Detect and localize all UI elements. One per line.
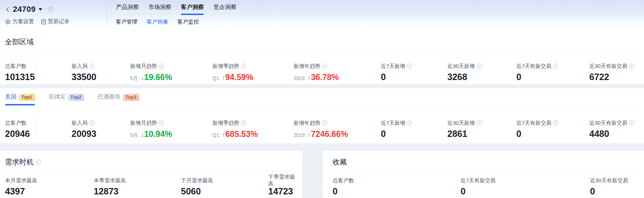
- tab-customer-monitor[interactable]: 客户监控: [177, 19, 199, 25]
- trend-down-value: ↓19.66%: [141, 72, 172, 83]
- gear-icon: [5, 19, 11, 25]
- section-separator: [0, 143, 644, 151]
- top-header: 24709 方案设置 贸易记录 产品洞察 市场洞察 客户洞察 竞企洞察 客户管理…: [0, 0, 644, 29]
- trend-prefix: 5月:: [130, 130, 139, 140]
- chevron-down-icon[interactable]: [39, 8, 42, 13]
- all-region-stats: 总客户数 101315 新入局 33500 新增月趋势 5月: ↓19.66% …: [5, 55, 639, 83]
- stat-next-quarter-demand-high: 下季需求最高 14723: [268, 177, 297, 196]
- info-icon[interactable]: [322, 120, 327, 125]
- info-icon[interactable]: [477, 64, 482, 69]
- trend-up-value: ↑94.59%: [222, 72, 254, 83]
- stat-year-trend: 新增年趋势 2023: ↑36.78%: [294, 63, 381, 83]
- info-icon[interactable]: [629, 64, 634, 69]
- info-icon[interactable]: [553, 64, 558, 69]
- stat-new-30d: 近30天新增 3268: [447, 63, 516, 83]
- document-icon: [41, 19, 46, 25]
- tab-product-insight[interactable]: 产品洞察: [116, 0, 139, 14]
- favorites-panel: 收藏 总客户数 0 近7天有新交易 0 近30天有新交易 0: [323, 151, 644, 198]
- info-icon[interactable]: [89, 64, 94, 69]
- stat-total-customers: 总客户数 101315: [5, 63, 37, 83]
- section-separator: [0, 84, 644, 88]
- stat-label: 新增季趋势: [212, 120, 239, 127]
- info-icon[interactable]: [48, 7, 53, 12]
- stat-label: 近7天有新交易: [461, 177, 496, 184]
- tab-country-philippines[interactable]: 菲律宾 Top2: [49, 93, 84, 105]
- chevron-left-icon: [5, 7, 10, 12]
- tab-country-us[interactable]: 美国 Top1: [5, 93, 35, 105]
- stat-label: 本季需求最高: [94, 177, 126, 184]
- info-icon[interactable]: [629, 120, 634, 125]
- arrow-up-icon: ↑: [222, 75, 225, 81]
- stat-total-customers: 总客户数 0: [333, 177, 461, 196]
- all-region-title: 全部区域: [5, 37, 639, 46]
- info-icon[interactable]: [241, 120, 246, 125]
- stat-value: 12873: [94, 186, 181, 196]
- stat-label: 新入局: [72, 120, 88, 127]
- arrow-up-icon: ↑: [308, 75, 311, 81]
- stat-total-customers: 总客户数 20946: [5, 119, 37, 140]
- tab-customer-profile[interactable]: 客户画像: [147, 19, 168, 25]
- stat-value: Q1: ↑685.53%: [212, 129, 294, 140]
- info-icon[interactable]: [36, 159, 41, 164]
- tab-customer-insight[interactable]: 客户洞察: [181, 0, 204, 14]
- stat-label: 近30天有新交易: [589, 63, 628, 70]
- stat-value: 0: [516, 129, 589, 139]
- plan-settings-button[interactable]: 方案设置: [5, 18, 34, 25]
- stat-value: 4397: [5, 186, 94, 196]
- stat-quarter-demand-high: 本季需求最高 12873: [94, 177, 181, 196]
- arrow-down-icon: ↓: [141, 75, 144, 81]
- tab-customer-manage[interactable]: 客户管理: [116, 19, 137, 25]
- trend-up-value: ↑685.53%: [222, 129, 258, 140]
- header-tabs: 产品洞察 市场洞察 客户洞察 竞企洞察 客户管理 客户画像 客户监控: [107, 0, 644, 29]
- stat-month-trend: 新增月趋势 5月: ↓10.94%: [130, 119, 212, 140]
- info-icon[interactable]: [553, 120, 558, 125]
- stat-value: 4480: [589, 129, 639, 139]
- info-icon[interactable]: [159, 120, 164, 125]
- info-icon[interactable]: [89, 120, 94, 125]
- demand-timing-panel: 需求时机 本月需求最高 4397 本季需求最高 12873 下月需求最高 506…: [0, 151, 302, 198]
- back-button[interactable]: [5, 7, 10, 12]
- arrow-up-icon: ↑: [222, 132, 225, 138]
- stat-new-30d: 近30天新增 2861: [447, 119, 516, 140]
- demand-timing-title: 需求时机: [5, 157, 297, 167]
- stat-label: 新增季趋势: [212, 63, 239, 70]
- trade-records-button[interactable]: 贸易记录: [41, 18, 69, 25]
- stat-new-7d: 近7天新增 0: [381, 63, 447, 83]
- stat-value: 0: [333, 186, 461, 196]
- tab-country-pakistan[interactable]: 巴基斯坦 Top3: [98, 93, 139, 105]
- stat-label: 近30天有新交易: [589, 120, 628, 127]
- plan-id[interactable]: 24709: [13, 5, 36, 14]
- tab-competitor-insight[interactable]: 竞企洞察: [213, 0, 236, 14]
- stat-value: 5月: ↓10.94%: [130, 129, 212, 140]
- trend-up-value: ↑7246.66%: [308, 129, 348, 140]
- info-icon[interactable]: [159, 64, 164, 69]
- stat-trade-30d: 近30天有新交易 0: [590, 177, 634, 196]
- info-icon[interactable]: [322, 64, 327, 69]
- plan-title-row: 24709: [5, 5, 107, 14]
- stat-month-demand-high: 本月需求最高 4397: [5, 177, 94, 196]
- info-icon[interactable]: [407, 120, 412, 125]
- stat-new-entrants: 新入局 33500: [72, 63, 130, 83]
- country-label: 巴基斯坦: [98, 93, 121, 101]
- stat-value: 20093: [72, 129, 130, 139]
- info-icon[interactable]: [477, 120, 482, 125]
- header-left: 24709 方案设置 贸易记录: [0, 0, 107, 29]
- main-nav-tabs: 产品洞察 市场洞察 客户洞察 竞企洞察: [116, 0, 644, 15]
- bottom-row: 需求时机 本月需求最高 4397 本季需求最高 12873 下月需求最高 506…: [0, 151, 644, 198]
- stat-label: 新增年趋势: [294, 63, 320, 70]
- stat-label: 总客户数: [5, 120, 26, 127]
- stat-trade-7d: 近7天有新交易 0: [461, 177, 590, 196]
- stat-value: 2023: ↑36.78%: [294, 72, 381, 83]
- info-icon[interactable]: [407, 64, 412, 69]
- stat-trade-7d: 近7天有新交易 0: [516, 119, 589, 140]
- trend-down-value: ↓10.94%: [141, 129, 172, 140]
- stat-value: Q1: ↑94.59%: [212, 72, 294, 83]
- country-label: 菲律宾: [49, 93, 66, 101]
- favorites-stats: 总客户数 0 近7天有新交易 0 近30天有新交易 0: [333, 171, 634, 196]
- stat-value: 3268: [447, 72, 516, 82]
- stat-value: 20946: [5, 129, 37, 139]
- country-label: 美国: [5, 93, 16, 101]
- top2-badge: Top2: [68, 94, 84, 101]
- tab-market-insight[interactable]: 市场洞察: [148, 0, 171, 14]
- info-icon[interactable]: [241, 64, 246, 69]
